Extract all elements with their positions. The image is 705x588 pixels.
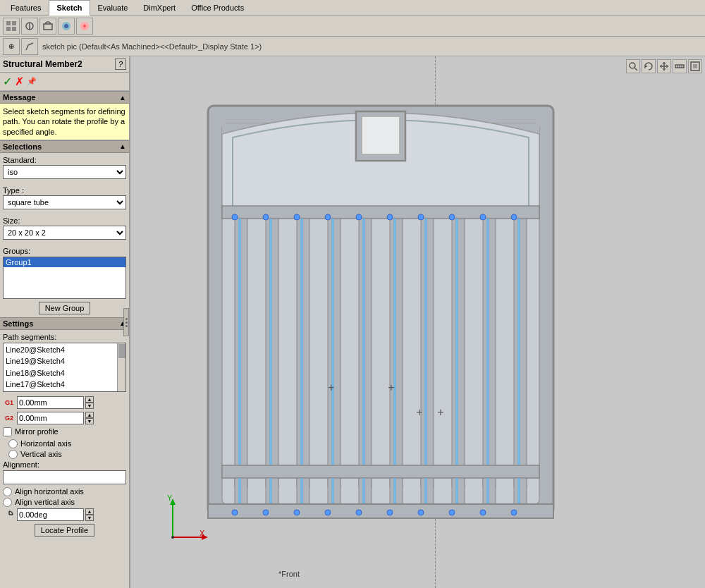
svg-rect-26 — [238, 219, 241, 486]
g2-input[interactable] — [17, 412, 84, 424]
locate-profile-button[interactable]: Locate Profile — [35, 524, 94, 537]
deg-up[interactable]: ▲ — [85, 508, 94, 515]
degree-input[interactable] — [17, 508, 84, 521]
path-item-1: Line19@Sketch4 — [6, 355, 123, 367]
message-section-header[interactable]: Message ▲ — [0, 91, 129, 104]
svg-line-12 — [634, 68, 637, 71]
g2-up[interactable]: ▲ — [85, 412, 94, 418]
axes-container: Y X — [152, 495, 208, 546]
svg-point-10 — [83, 25, 86, 27]
pan-icon-btn[interactable] — [657, 59, 671, 73]
left-panel: Structural Member2 ? ✓ ✗ 📌 Message ▲ Sel… — [0, 56, 130, 588]
toolbar-btn-5[interactable] — [76, 18, 93, 35]
main-layout: Structural Member2 ? ✓ ✗ 📌 Message ▲ Sel… — [0, 56, 705, 588]
right-viewport: + + + + Y X *Front — [130, 56, 705, 588]
svg-point-78 — [294, 510, 300, 515]
path-scrollbar[interactable] — [117, 343, 125, 391]
svg-rect-34 — [362, 219, 365, 486]
svg-rect-18 — [693, 64, 697, 68]
toolbar-btn-1[interactable] — [3, 18, 20, 35]
toolbar-btn-3[interactable] — [39, 18, 56, 35]
tab-office-products[interactable]: Office Products — [183, 0, 252, 16]
deg-spinner[interactable]: ▲ ▼ — [85, 508, 94, 521]
g1-down[interactable]: ▼ — [85, 403, 94, 409]
toolbar-1 — [0, 16, 705, 37]
view-icon-btn[interactable] — [688, 59, 702, 73]
align-vertical-radio[interactable] — [3, 498, 12, 507]
g1-up[interactable]: ▲ — [85, 396, 94, 403]
svg-point-75 — [480, 214, 486, 220]
vertical-radio[interactable] — [8, 450, 18, 459]
svg-point-81 — [480, 510, 486, 515]
pin-button[interactable]: 📌 — [27, 77, 37, 86]
svg-point-77 — [232, 510, 238, 515]
svg-point-76 — [511, 214, 517, 220]
settings-section-header[interactable]: Settings ▲ — [0, 317, 129, 330]
ok-button[interactable]: ✓ — [3, 75, 12, 88]
mirror-checkbox[interactable] — [3, 427, 12, 436]
tab-evaluate[interactable]: Evaluate — [90, 0, 136, 16]
svg-rect-30 — [300, 219, 303, 486]
svg-rect-32 — [331, 219, 334, 486]
g1-spinner[interactable]: ▲ ▼ — [85, 396, 94, 409]
svg-point-79 — [356, 510, 362, 515]
size-dropdown[interactable]: 20 x 20 x 2 — [3, 226, 126, 240]
gate-container: + + + + — [187, 71, 575, 550]
align-horizontal-radio[interactable] — [3, 487, 12, 496]
svg-point-86 — [511, 510, 517, 515]
degree-icon — [3, 508, 16, 521]
svg-rect-0 — [6, 21, 11, 25]
g2-icon: G2 — [3, 412, 16, 424]
svg-point-11 — [630, 63, 635, 68]
groups-list[interactable]: Group1 — [3, 257, 126, 299]
deg-down[interactable]: ▼ — [85, 515, 94, 521]
alignment-box — [3, 470, 126, 484]
toolbar-btn-4[interactable] — [58, 18, 75, 35]
selections-label: Selections — [3, 142, 42, 151]
g2-row: G2 ▲ ▼ — [3, 412, 126, 424]
g1-icon: G1 — [3, 396, 16, 409]
group1-item[interactable]: Group1 — [4, 257, 125, 267]
rotate-icon-btn[interactable] — [642, 59, 656, 73]
horizontal-radio[interactable] — [8, 439, 18, 448]
svg-point-68 — [263, 214, 269, 220]
type-dropdown[interactable]: square tube — [3, 195, 126, 209]
svg-rect-23 — [362, 116, 400, 154]
path-scrollbar-thumb — [118, 344, 125, 358]
tab-features[interactable]: Features — [3, 0, 49, 16]
g1-input[interactable] — [17, 396, 84, 409]
toolbar-btn-2[interactable] — [21, 18, 38, 35]
standard-dropdown[interactable]: iso — [3, 165, 126, 179]
vertical-axis-row: Vertical axis — [3, 450, 126, 459]
panel-header: Structural Member2 ? — [0, 56, 129, 73]
svg-rect-42 — [486, 219, 489, 486]
tab-dimxpert[interactable]: DimXpert — [135, 0, 183, 16]
settings-content: Path segments: Line20@Sketch4 Line19@Ske… — [0, 330, 129, 588]
path-segments-list[interactable]: Line20@Sketch4 Line19@Sketch4 Line18@Ske… — [3, 343, 126, 392]
g2-spinner[interactable]: ▲ ▼ — [85, 412, 94, 424]
svg-rect-66 — [208, 504, 553, 518]
zoom-icon-btn[interactable] — [626, 59, 640, 73]
svg-point-83 — [325, 510, 331, 515]
svg-point-97 — [171, 536, 174, 539]
resize-handle[interactable] — [123, 308, 129, 336]
selections-section-header[interactable]: Selections ▲ — [0, 140, 129, 153]
cancel-button[interactable]: ✗ — [15, 75, 24, 88]
svg-rect-24 — [222, 206, 539, 219]
settings-label: Settings — [3, 319, 33, 328]
measure-icon-btn[interactable] — [673, 59, 687, 73]
g2-down[interactable]: ▼ — [85, 418, 94, 424]
tree-expand-btn[interactable]: ⊕ — [3, 38, 20, 55]
toolbar-2: ⊕ sketch pic (Default<As Machined><<Defa… — [0, 37, 705, 56]
tab-sketch[interactable]: Sketch — [49, 0, 90, 16]
svg-point-69 — [294, 214, 300, 220]
path-item-4: Line16@Sketch4 — [6, 391, 123, 392]
action-row: ✓ ✗ 📌 — [0, 73, 129, 91]
svg-rect-28 — [269, 219, 272, 486]
svg-text:Y: Y — [167, 495, 173, 502]
sketch-icon-btn[interactable] — [21, 38, 38, 55]
help-button[interactable]: ? — [115, 59, 126, 70]
standard-label: Standard: — [3, 156, 126, 164]
new-group-button[interactable]: New Group — [39, 302, 91, 314]
svg-rect-38 — [424, 219, 427, 486]
